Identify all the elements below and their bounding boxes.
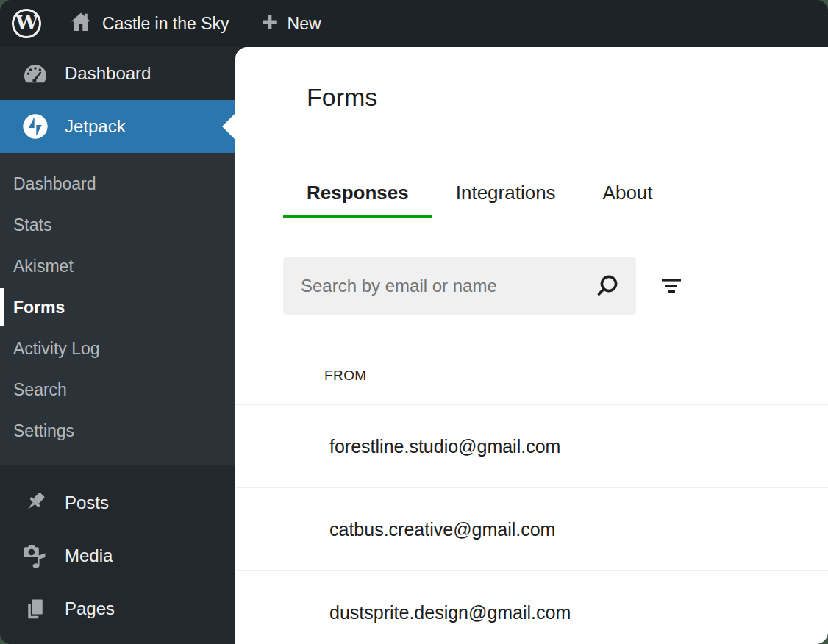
body-wrap: Dashboard Jetpack Dashboard Stats Akisme… xyxy=(0,47,828,644)
home-icon xyxy=(68,10,94,37)
tab-bar: Responses Integrations About xyxy=(235,180,828,218)
site-name: Castle in the Sky xyxy=(102,14,229,34)
sidebar-item-label: Pages xyxy=(65,598,115,619)
table-row[interactable]: catbus.creative@gmail.com xyxy=(235,488,828,571)
submenu-item-stats[interactable]: Stats xyxy=(0,204,235,246)
table-row[interactable]: dustsprite.design@gmail.com xyxy=(235,571,828,644)
admin-bar: W Castle in the Sky New xyxy=(0,0,828,47)
tab-integrations[interactable]: Integrations xyxy=(432,180,579,218)
new-label: New xyxy=(288,14,321,34)
sidebar-item-jetpack[interactable]: Jetpack xyxy=(0,100,235,153)
sidebar-item-label: Media xyxy=(65,545,113,566)
filter-button[interactable] xyxy=(654,268,689,304)
submenu-item-dashboard[interactable]: Dashboard xyxy=(0,163,235,204)
search-box xyxy=(283,257,636,315)
sidebar-item-label: Jetpack xyxy=(65,116,126,137)
sidebar-item-media[interactable]: Media xyxy=(0,529,235,582)
wordpress-logo-icon[interactable]: W xyxy=(12,9,41,38)
sidebar-item-dashboard[interactable]: Dashboard xyxy=(0,47,235,100)
submenu-item-search[interactable]: Search xyxy=(0,369,235,410)
sidebar-item-posts[interactable]: Posts xyxy=(0,476,235,529)
plus-icon xyxy=(260,12,279,35)
menu-separator xyxy=(0,465,235,476)
pages-icon xyxy=(21,594,50,623)
dashboard-gauge-icon xyxy=(21,59,50,88)
forms-panel: Forms Responses Integrations About xyxy=(235,47,828,644)
sidebar-item-label: Posts xyxy=(65,493,109,513)
response-from-email: catbus.creative@gmail.com xyxy=(329,519,555,540)
submenu-item-settings[interactable]: Settings xyxy=(0,410,235,451)
search-input[interactable] xyxy=(301,276,592,296)
page-title: Forms xyxy=(307,82,828,112)
app-window: W Castle in the Sky New xyxy=(0,0,828,644)
wordpress-logo-letter: W xyxy=(15,14,38,32)
camera-media-icon xyxy=(21,541,50,570)
response-from-email: forestline.studio@gmail.com xyxy=(329,436,560,457)
submenu-item-forms[interactable]: Forms xyxy=(0,287,235,328)
admin-sidebar: Dashboard Jetpack Dashboard Stats Akisme… xyxy=(0,47,235,644)
tab-responses[interactable]: Responses xyxy=(283,180,432,218)
table-header-from: FROM xyxy=(235,368,828,405)
table-row[interactable]: forestline.studio@gmail.com xyxy=(235,405,828,488)
sidebar-item-label: Dashboard xyxy=(65,63,151,84)
new-content-button[interactable]: New xyxy=(260,12,321,35)
jetpack-submenu: Dashboard Stats Akismet Forms Activity L… xyxy=(0,153,235,465)
site-home-link[interactable]: Castle in the Sky xyxy=(68,10,229,37)
tab-about[interactable]: About xyxy=(579,180,677,218)
submenu-item-akismet[interactable]: Akismet xyxy=(0,246,235,287)
pushpin-icon xyxy=(21,488,50,518)
sidebar-item-pages[interactable]: Pages xyxy=(0,582,235,635)
submenu-item-activity-log[interactable]: Activity Log xyxy=(0,328,235,369)
responses-toolbar xyxy=(283,257,828,315)
jetpack-icon xyxy=(21,112,50,141)
response-from-email: dustsprite.design@gmail.com xyxy=(329,602,571,623)
search-icon[interactable] xyxy=(592,271,621,301)
